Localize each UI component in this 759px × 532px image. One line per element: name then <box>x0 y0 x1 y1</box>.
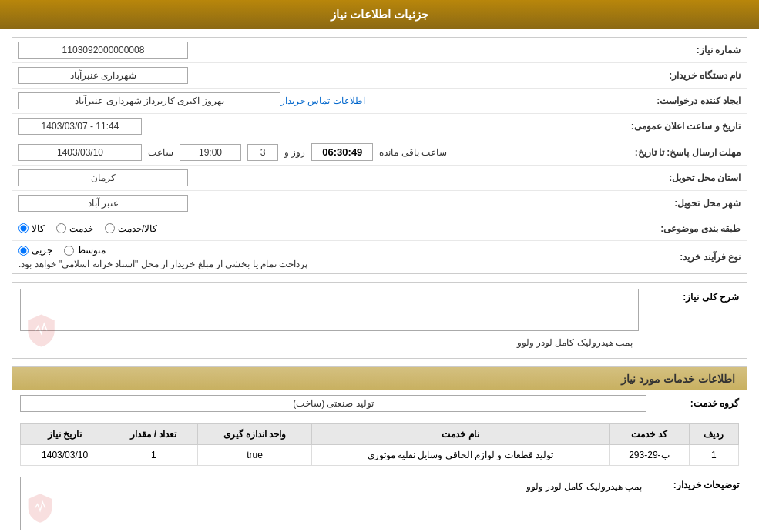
need-desc-row: شرح کلی نیاز: پمپ هیدرولیک کامل لودر ولو… <box>12 283 747 358</box>
page-header: جزئیات اطلاعات نیاز <box>0 0 759 29</box>
need-number-value: 1103092000000008 <box>18 42 188 59</box>
buyer-comments-section: توضیحات خریدار: پمپ هیدرولیک کامل لودر و… <box>12 472 747 532</box>
creator-row: ایجاد کننده درخواست: اطلاعات تماس خریدار… <box>12 89 747 114</box>
countdown-area: ساعت باقی مانده 06:30:49 روز و 3 19:00 س… <box>18 143 627 161</box>
service-group-row: گروه خدمت: تولید صنعتی (ساخت) <box>12 390 747 417</box>
page-title: جزئیات اطلاعات نیاز <box>331 8 428 21</box>
watermark-shield <box>24 313 59 348</box>
cell-service-name: تولید قطعات و لوازم الحاقی وسایل نقلیه م… <box>311 445 609 466</box>
response-deadline-value-container: ساعت باقی مانده 06:30:49 روز و 3 19:00 س… <box>18 143 627 161</box>
creator-label: ایجاد کننده درخواست: <box>640 95 741 106</box>
need-number-label: شماره نیاز: <box>640 45 741 55</box>
process-label: نوع فرآیند خرید: <box>640 252 741 263</box>
need-desc-container: پمپ هیدرولیک کامل لودر ولوو <box>20 289 639 352</box>
cell-date: 1403/03/10 <box>21 445 109 466</box>
city-value-container: عنبر آباد <box>18 195 640 212</box>
city-value: عنبر آباد <box>18 195 188 212</box>
process-option1-label: جزیی <box>32 245 52 256</box>
col-row-num: ردیف <box>689 424 738 445</box>
countdown-value: 06:30:49 <box>311 143 373 161</box>
announce-date-row: تاریخ و ساعت اعلان عمومی: 1403/03/07 - 1… <box>12 114 747 139</box>
category-radio-goods[interactable] <box>18 223 29 233</box>
buyer-comments-container: پمپ هیدرولیک کامل لودر ولوو <box>20 477 646 530</box>
category-option1-label: کالا <box>32 223 45 234</box>
col-quantity: تعداد / مقدار <box>109 424 198 445</box>
category-option-goods-service: کالا/خدمت <box>105 223 157 234</box>
city-row: شهر محل تحویل: عنبر آباد <box>12 191 747 216</box>
process-row: نوع فرآیند خرید: متوسط جزیی پرداخت تمام … <box>12 241 747 273</box>
response-time: 19:00 <box>180 144 241 161</box>
cell-quantity: 1 <box>109 445 198 466</box>
process-description: پرداخت تمام یا بخشی از مبلغ خریدار از مح… <box>18 259 307 269</box>
response-date: 1403/03/10 <box>18 144 142 161</box>
province-value: کرمان <box>18 169 188 186</box>
table-row: 1 ب-29-293 تولید قطعات و لوازم الحاقی وس… <box>21 445 739 466</box>
need-desc-textarea[interactable] <box>20 289 639 331</box>
category-option-goods: کالا <box>18 223 45 234</box>
creator-value-container: اطلاعات تماس خریدار بهروز اکبری کاربرداز… <box>18 92 640 109</box>
response-deadline-row: مهلت ارسال پاسخ: تا تاریخ: ساعت باقی مان… <box>12 139 747 166</box>
buyer-comments-label: توضیحات خریدار: <box>646 477 739 490</box>
service-table: ردیف کد خدمت نام خدمت واحد اندازه گیری ت… <box>20 423 739 466</box>
category-radio-service[interactable] <box>56 223 66 233</box>
process-radio-medium[interactable] <box>64 246 74 256</box>
cell-service-code: ب-29-293 <box>610 445 690 466</box>
main-content: شماره نیاز: 1103092000000008 نام دستگاه … <box>0 29 759 532</box>
buyer-comments-text: پمپ هیدرولیک کامل لودر ولوو <box>526 481 642 492</box>
province-label: استان محل تحویل: <box>640 172 741 183</box>
announce-date-value-container: 1403/03/07 - 11:44 <box>18 118 623 135</box>
buyer-org-row: نام دستگاه خریدار: شهرداری عنبرآباد <box>12 63 747 89</box>
need-desc-text: پمپ هیدرولیک کامل لودر ولوو <box>20 333 639 352</box>
category-row: طبقه بندی موضوعی: کالا/خدمت خدمت کالا <box>12 216 747 241</box>
service-table-container: ردیف کد خدمت نام خدمت واحد اندازه گیری ت… <box>12 417 747 472</box>
category-radio-group: کالا/خدمت خدمت کالا <box>18 223 157 234</box>
need-number-row: شماره نیاز: 1103092000000008 <box>12 38 747 63</box>
col-service-name: نام خدمت <box>311 424 609 445</box>
province-value-container: کرمان <box>18 169 640 186</box>
province-row: استان محل تحویل: کرمان <box>12 166 747 191</box>
creator-value: بهروز اکبری کاربرداز شهرداری عنبرآباد <box>18 92 280 109</box>
creator-contact-link[interactable]: اطلاعات تماس خریدار <box>280 95 365 106</box>
countdown-and-label: روز و <box>284 147 305 158</box>
process-option-small: جزیی <box>18 245 52 256</box>
col-unit: واحد اندازه گیری <box>198 424 311 445</box>
response-deadline-label: مهلت ارسال پاسخ: تا تاریخ: <box>627 147 741 158</box>
service-group-value: تولید صنعتی (ساخت) <box>20 395 646 412</box>
process-radio-group: متوسط جزیی <box>18 245 106 256</box>
watermark-shield-2 <box>25 493 55 526</box>
announce-date-value: 1403/03/07 - 11:44 <box>18 118 142 135</box>
col-service-code: کد خدمت <box>610 424 690 445</box>
category-options: کالا/خدمت خدمت کالا <box>18 223 640 234</box>
response-days: 3 <box>247 144 278 161</box>
time-label: ساعت <box>148 147 173 158</box>
buyer-org-value-container: شهرداری عنبرآباد <box>18 67 640 84</box>
need-number-value-container: 1103092000000008 <box>18 42 640 59</box>
category-option3-label: کالا/خدمت <box>118 223 157 234</box>
process-option2-label: متوسط <box>77 245 106 256</box>
category-option-service: خدمت <box>56 223 93 234</box>
category-radio-goods-service[interactable] <box>105 223 115 233</box>
need-description-section: شرح کلی نیاز: پمپ هیدرولیک کامل لودر ولو… <box>12 282 747 359</box>
process-radio-small[interactable] <box>18 246 29 256</box>
remaining-label: ساعت باقی مانده <box>379 147 447 158</box>
buyer-org-value: شهرداری عنبرآباد <box>18 67 188 84</box>
announce-date-label: تاریخ و ساعت اعلان عمومی: <box>623 121 741 132</box>
form-section: شماره نیاز: 1103092000000008 نام دستگاه … <box>12 37 747 274</box>
need-desc-label: شرح کلی نیاز: <box>646 289 739 303</box>
col-date: تاریخ نیاز <box>21 424 109 445</box>
process-value-container: متوسط جزیی پرداخت تمام یا بخشی از مبلغ خ… <box>18 245 640 269</box>
process-option-medium: متوسط <box>64 245 106 256</box>
buyer-org-label: نام دستگاه خریدار: <box>640 70 741 81</box>
cell-row-num: 1 <box>689 445 738 466</box>
service-group-label: گروه خدمت: <box>646 398 739 409</box>
service-info-section: اطلاعات خدمات مورد نیاز گروه خدمت: تولید… <box>12 366 747 532</box>
cell-unit: true <box>198 445 311 466</box>
buyer-comments-box: پمپ هیدرولیک کامل لودر ولوو <box>20 477 646 530</box>
service-info-title: اطلاعات خدمات مورد نیاز <box>12 367 747 390</box>
category-label: طبقه بندی موضوعی: <box>640 223 741 234</box>
category-option2-label: خدمت <box>69 223 93 234</box>
city-label: شهر محل تحویل: <box>640 198 741 209</box>
page-wrapper: جزئیات اطلاعات نیاز شماره نیاز: 11030920… <box>0 0 759 532</box>
